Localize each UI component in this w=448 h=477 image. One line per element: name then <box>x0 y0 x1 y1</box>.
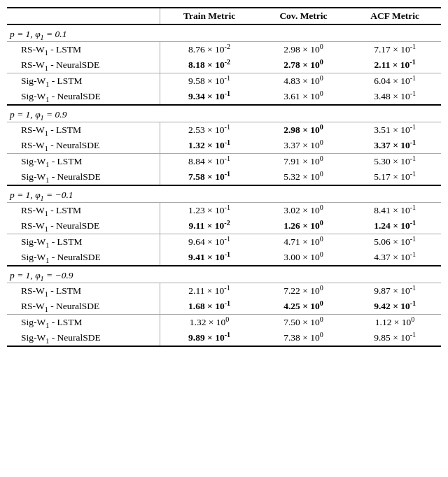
model-cell-1-2: Sig-W1 - LSTM <box>7 154 160 170</box>
cov-cell-2-3: 3.00 × 100 <box>258 250 349 266</box>
col-header-train: Train Metric <box>160 8 258 24</box>
table-row: RS-W1 - LSTM1.23 × 10-13.02 × 1008.41 × … <box>7 203 441 218</box>
train-cell-2-1: 9.11 × 10-2 <box>160 218 258 234</box>
cov-cell-0-0: 2.98 × 100 <box>258 42 349 57</box>
train-cell-3-1: 1.68 × 10-1 <box>160 299 258 315</box>
model-cell-2-2: Sig-W1 - LSTM <box>7 234 160 250</box>
model-cell-0-0: RS-W1 - LSTM <box>7 42 160 57</box>
section-header-1: p = 1, φ1 = 0.9 <box>7 105 441 122</box>
table-row: RS-W1 - NeuralSDE8.18 × 10-22.78 × 1002.… <box>7 57 441 73</box>
train-cell-3-3: 9.89 × 10-1 <box>160 330 258 346</box>
train-cell-0-1: 8.18 × 10-2 <box>160 57 258 73</box>
model-cell-1-3: Sig-W1 - NeuralSDE <box>7 169 160 185</box>
model-cell-3-3: Sig-W1 - NeuralSDE <box>7 330 160 346</box>
train-cell-0-3: 9.34 × 10-1 <box>160 89 258 105</box>
acf-cell-0-2: 6.04 × 10-1 <box>349 73 441 90</box>
model-cell-0-2: Sig-W1 - LSTM <box>7 73 160 90</box>
model-cell-3-1: RS-W1 - NeuralSDE <box>7 299 160 315</box>
train-cell-3-2: 1.32 × 100 <box>160 315 258 331</box>
cov-cell-1-2: 7.91 × 100 <box>258 154 349 170</box>
model-cell-0-1: RS-W1 - NeuralSDE <box>7 57 160 73</box>
train-cell-1-1: 1.32 × 10-1 <box>160 138 258 154</box>
model-cell-0-3: Sig-W1 - NeuralSDE <box>7 89 160 105</box>
acf-cell-0-3: 3.48 × 10-1 <box>349 89 441 105</box>
model-cell-2-3: Sig-W1 - NeuralSDE <box>7 250 160 266</box>
cov-cell-1-0: 2.98 × 100 <box>258 122 349 138</box>
cov-cell-3-1: 4.25 × 100 <box>258 299 349 315</box>
cov-cell-3-0: 7.22 × 100 <box>258 283 349 299</box>
table-row: Sig-W1 - LSTM9.64 × 10-14.71 × 1005.06 ×… <box>7 234 441 250</box>
train-cell-3-0: 2.11 × 10-1 <box>160 283 258 299</box>
table-row: Sig-W1 - LSTM9.58 × 10-14.83 × 1006.04 ×… <box>7 73 441 90</box>
table-container: Train Metric Cov. Metric ACF Metric p = … <box>7 7 441 347</box>
train-cell-1-2: 8.84 × 10-1 <box>160 154 258 170</box>
acf-cell-3-2: 1.12 × 100 <box>349 315 441 331</box>
train-cell-1-3: 7.58 × 10-1 <box>160 169 258 185</box>
section-header-0: p = 1, φ1 = 0.1 <box>7 24 441 42</box>
section-header-2: p = 1, φ1 = −0.1 <box>7 185 441 203</box>
model-cell-1-1: RS-W1 - NeuralSDE <box>7 138 160 154</box>
acf-cell-3-1: 9.42 × 10-1 <box>349 299 441 315</box>
train-cell-2-0: 1.23 × 10-1 <box>160 203 258 218</box>
cov-cell-2-0: 3.02 × 100 <box>258 203 349 218</box>
cov-cell-0-1: 2.78 × 100 <box>258 57 349 73</box>
cov-cell-1-1: 3.37 × 100 <box>258 138 349 154</box>
table-row: Sig-W1 - NeuralSDE9.41 × 10-13.00 × 1004… <box>7 250 441 266</box>
table-row: RS-W1 - LSTM2.11 × 10-17.22 × 1009.87 × … <box>7 283 441 299</box>
section-header-3: p = 1, φ1 = −0.9 <box>7 266 441 283</box>
train-cell-1-0: 2.53 × 10-1 <box>160 122 258 138</box>
acf-cell-2-0: 8.41 × 10-1 <box>349 203 441 218</box>
acf-cell-3-0: 9.87 × 10-1 <box>349 283 441 299</box>
col-header-acf: ACF Metric <box>349 8 441 24</box>
model-cell-1-0: RS-W1 - LSTM <box>7 122 160 138</box>
cov-cell-1-3: 5.32 × 100 <box>258 169 349 185</box>
model-cell-2-1: RS-W1 - NeuralSDE <box>7 218 160 234</box>
model-cell-3-2: Sig-W1 - LSTM <box>7 315 160 331</box>
table-row: Sig-W1 - NeuralSDE7.58 × 10-15.32 × 1005… <box>7 169 441 185</box>
train-cell-2-3: 9.41 × 10-1 <box>160 250 258 266</box>
acf-cell-1-1: 3.37 × 10-1 <box>349 138 441 154</box>
model-cell-3-0: RS-W1 - LSTM <box>7 283 160 299</box>
table-row: RS-W1 - LSTM8.76 × 10-22.98 × 1007.17 × … <box>7 42 441 57</box>
results-table: Train Metric Cov. Metric ACF Metric p = … <box>7 7 441 347</box>
acf-cell-2-1: 1.24 × 10-1 <box>349 218 441 234</box>
acf-cell-3-3: 9.85 × 10-1 <box>349 330 441 346</box>
col-header-model <box>7 8 160 24</box>
table-row: Sig-W1 - LSTM1.32 × 1007.50 × 1001.12 × … <box>7 315 441 331</box>
table-row: Sig-W1 - LSTM8.84 × 10-17.91 × 1005.30 ×… <box>7 154 441 170</box>
acf-cell-1-3: 5.17 × 10-1 <box>349 169 441 185</box>
model-cell-2-0: RS-W1 - LSTM <box>7 203 160 218</box>
acf-cell-0-1: 2.11 × 10-1 <box>349 57 441 73</box>
acf-cell-1-2: 5.30 × 10-1 <box>349 154 441 170</box>
table-row: RS-W1 - NeuralSDE1.32 × 10-13.37 × 1003.… <box>7 138 441 154</box>
cov-cell-2-2: 4.71 × 100 <box>258 234 349 250</box>
acf-cell-0-0: 7.17 × 10-1 <box>349 42 441 57</box>
acf-cell-2-3: 4.37 × 10-1 <box>349 250 441 266</box>
col-header-cov: Cov. Metric <box>258 8 349 24</box>
train-cell-0-0: 8.76 × 10-2 <box>160 42 258 57</box>
table-row: RS-W1 - NeuralSDE1.68 × 10-14.25 × 1009.… <box>7 299 441 315</box>
table-row: RS-W1 - NeuralSDE9.11 × 10-21.26 × 1001.… <box>7 218 441 234</box>
cov-cell-3-2: 7.50 × 100 <box>258 315 349 331</box>
cov-cell-2-1: 1.26 × 100 <box>258 218 349 234</box>
train-cell-2-2: 9.64 × 10-1 <box>160 234 258 250</box>
cov-cell-0-2: 4.83 × 100 <box>258 73 349 90</box>
cov-cell-3-3: 7.38 × 100 <box>258 330 349 346</box>
cov-cell-0-3: 3.61 × 100 <box>258 89 349 105</box>
table-row: RS-W1 - LSTM2.53 × 10-12.98 × 1003.51 × … <box>7 122 441 138</box>
acf-cell-2-2: 5.06 × 10-1 <box>349 234 441 250</box>
train-cell-0-2: 9.58 × 10-1 <box>160 73 258 90</box>
table-row: Sig-W1 - NeuralSDE9.34 × 10-13.61 × 1003… <box>7 89 441 105</box>
acf-cell-1-0: 3.51 × 10-1 <box>349 122 441 138</box>
table-row: Sig-W1 - NeuralSDE9.89 × 10-17.38 × 1009… <box>7 330 441 346</box>
